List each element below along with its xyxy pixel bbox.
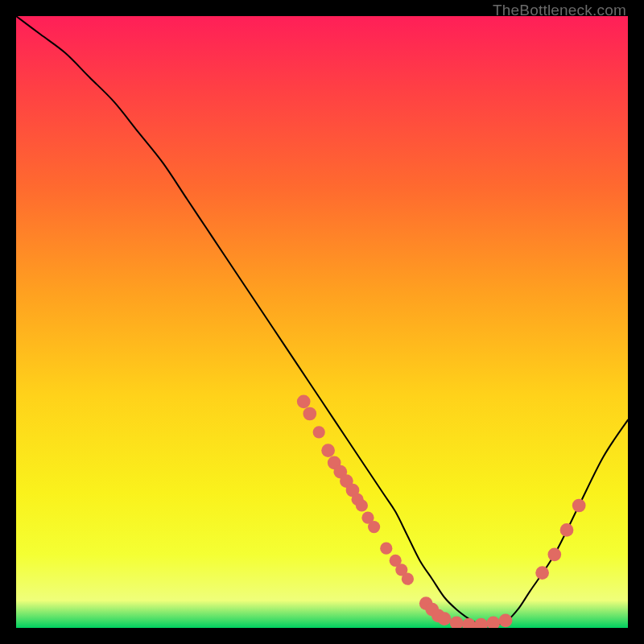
curve-marker (547, 547, 561, 561)
curve-marker (356, 499, 368, 511)
gradient-background (16, 16, 628, 628)
chart-container: TheBottleneck.com (0, 0, 644, 644)
curve-marker (560, 523, 574, 537)
curve-marker (572, 499, 586, 513)
curve-marker (438, 612, 452, 625)
curve-marker (499, 614, 513, 628)
curve-marker (297, 394, 311, 408)
curve-marker (380, 543, 392, 555)
curve-marker (313, 426, 325, 438)
curve-marker (368, 521, 380, 533)
plot-area (16, 16, 628, 628)
curve-marker (303, 407, 316, 421)
bottleneck-chart (16, 16, 628, 628)
curve-marker (321, 444, 335, 457)
curve-marker (535, 566, 549, 580)
curve-marker (402, 573, 414, 585)
